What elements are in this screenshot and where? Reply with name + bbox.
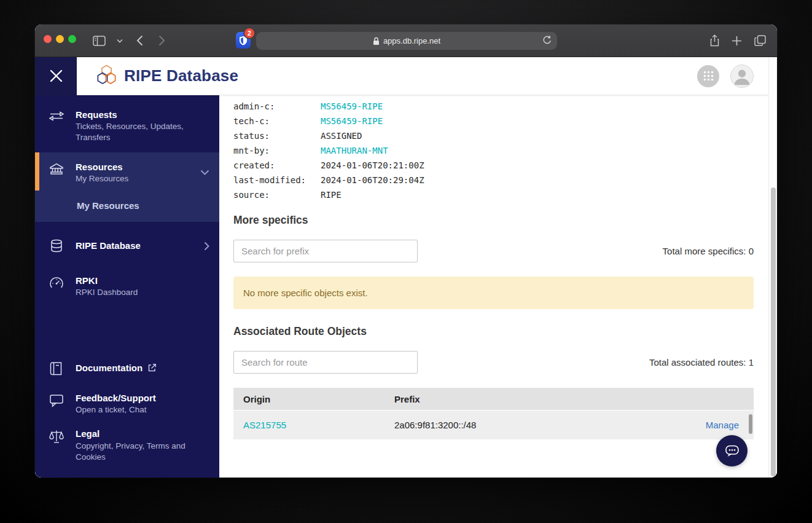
browser-window: 2 apps.db.ripe.net [35, 25, 777, 478]
sidebar: Requests Tickets, Resources, Updates, Tr… [35, 95, 219, 478]
extension-badge: 2 [244, 28, 254, 38]
sidebar-item-legal[interactable]: Legal Copyright, Privacy, Terms and Cook… [35, 422, 219, 469]
sidebar-item-ripe-database[interactable]: RIPE Database [35, 232, 219, 260]
address-bar[interactable]: apps.db.ripe.net [256, 32, 557, 50]
attribute-row: created:2024-01-06T20:21:00Z [233, 158, 754, 173]
share-icon[interactable] [706, 32, 723, 49]
route-search-input[interactable] [233, 351, 418, 374]
browser-toolbar: 2 apps.db.ripe.net [35, 25, 777, 57]
apps-grid-button[interactable] [697, 65, 719, 87]
transfers-arrows-icon [46, 110, 67, 122]
sidebar-dropdown-chevron-icon[interactable] [111, 32, 128, 49]
zoom-window-button[interactable] [68, 35, 76, 43]
created-value: 2024-01-06T20:21:00Z [321, 160, 424, 170]
origin-column-header: Origin [233, 394, 394, 404]
gauge-icon [46, 276, 67, 289]
routes-table: Origin Prefix AS215755 2a06:9f81:3200::/… [233, 388, 754, 439]
attribute-row: status:ASSIGNED [233, 128, 754, 143]
manage-link[interactable]: Manage [706, 420, 754, 430]
attribute-row: tech-c:MS56459-RIPE [233, 114, 754, 128]
sidebar-subitem-my-resources[interactable]: My Resources [35, 191, 219, 222]
table-row: AS215755 2a06:9f81:3200::/48 Manage [233, 411, 754, 439]
sidebar-item-requests[interactable]: Requests Tickets, Resources, Updates, Tr… [35, 103, 219, 150]
associated-routes-heading: Associated Route Objects [233, 325, 754, 338]
admin-c-link[interactable]: MS56459-RIPE [321, 101, 383, 111]
last-modified-value: 2024-01-06T20:29:04Z [321, 175, 424, 185]
prefix-value: 2a06:9f81:3200::/48 [394, 420, 706, 430]
object-attributes: admin-c:MS56459-RIPE tech-c:MS56459-RIPE… [233, 99, 754, 202]
attribute-row: source:RIPE [233, 187, 754, 202]
page-scrollbar-thumb[interactable] [771, 187, 776, 476]
url-text: apps.db.ripe.net [383, 36, 440, 45]
sidebar-item-feedback[interactable]: Feedback/Support Open a ticket, Chat [35, 386, 219, 422]
chat-bubble-icon [724, 443, 740, 459]
app-header: RIPE Database [35, 57, 768, 95]
sidebar-toggle-icon[interactable] [90, 32, 107, 49]
no-more-specifics-alert: No more specific objects exist. [233, 277, 754, 309]
chevron-down-icon [200, 170, 209, 175]
sidebar-close-button[interactable] [35, 57, 77, 95]
reload-icon[interactable] [543, 35, 552, 45]
more-specifics-total: Total more specifics: 0 [663, 246, 754, 256]
table-scrollbar-thumb[interactable] [749, 414, 752, 434]
sidebar-item-resources[interactable]: Resources My Resources [35, 152, 219, 191]
sidebar-item-rpki[interactable]: RPKI RPKI Dashboard [35, 269, 219, 304]
back-button[interactable] [131, 32, 148, 49]
mnt-by-link[interactable]: MAATHURAN-MNT [321, 146, 388, 155]
tech-c-link[interactable]: MS56459-RIPE [321, 116, 383, 126]
ripe-logo-icon [95, 64, 118, 88]
attribute-row: last-modified:2024-01-06T20:29:04Z [233, 173, 754, 187]
main-content: admin-c:MS56459-RIPE tech-c:MS56459-RIPE… [219, 95, 768, 478]
page-scrollbar[interactable] [768, 57, 777, 478]
webpage: RIPE Database [35, 57, 777, 478]
associated-routes-total: Total associated routes: 1 [649, 357, 754, 368]
external-link-icon [147, 363, 157, 372]
app-title: RIPE Database [124, 66, 238, 85]
close-window-button[interactable] [44, 35, 52, 43]
person-icon [731, 65, 753, 88]
padlock-icon [373, 37, 380, 45]
status-value: ASSIGNED [321, 131, 362, 141]
brand[interactable]: RIPE Database [95, 64, 238, 88]
bank-icon [46, 162, 67, 176]
speech-bubble-icon [46, 393, 67, 407]
database-icon [46, 239, 67, 254]
more-specifics-heading: More specifics [233, 214, 754, 227]
sidebar-item-documentation[interactable]: Documentation [35, 354, 219, 382]
new-tab-icon[interactable] [728, 32, 745, 49]
chat-button[interactable] [716, 435, 748, 466]
close-icon [49, 69, 63, 83]
origin-link[interactable]: AS215755 [233, 420, 394, 430]
prefix-column-header: Prefix [394, 394, 754, 404]
source-value: RIPE [321, 190, 342, 200]
minimize-window-button[interactable] [56, 35, 64, 43]
scales-icon [46, 429, 67, 444]
user-avatar[interactable] [730, 65, 754, 88]
grid-dots-icon [703, 71, 714, 81]
forward-button[interactable] [153, 32, 170, 49]
sidebar-group-resources: Resources My Resources My Resources [35, 152, 219, 222]
chevron-right-icon [204, 242, 209, 251]
routes-table-header: Origin Prefix [233, 388, 754, 410]
book-icon [46, 361, 67, 376]
prefix-search-input[interactable] [233, 240, 418, 262]
attribute-row: mnt-by:MAATHURAN-MNT [233, 143, 754, 158]
attribute-row: admin-c:MS56459-RIPE [233, 99, 754, 114]
tab-overview-icon[interactable] [751, 32, 768, 49]
